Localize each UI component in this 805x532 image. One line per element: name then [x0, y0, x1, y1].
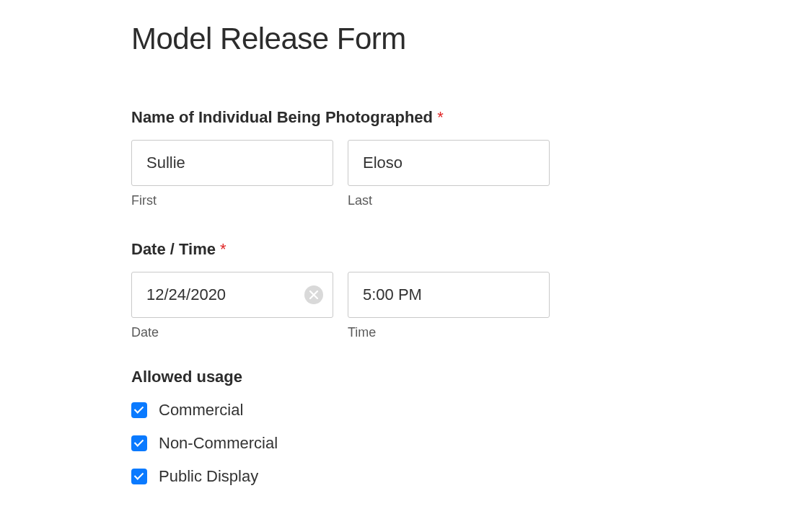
time-col: Time — [348, 272, 550, 340]
name-row: First Last — [131, 140, 805, 208]
non-commercial-checkbox[interactable] — [131, 435, 147, 451]
name-label: Name of Individual Being Photographed * — [131, 108, 805, 127]
public-display-checkbox[interactable] — [131, 469, 147, 484]
name-field-group: Name of Individual Being Photographed * … — [131, 108, 805, 208]
form-title: Model Release Form — [131, 22, 805, 56]
clear-date-button[interactable] — [304, 285, 323, 304]
last-name-col: Last — [348, 140, 550, 208]
datetime-label-text: Date / Time — [131, 240, 216, 258]
datetime-field-group: Date / Time * Date Time — [131, 240, 805, 340]
last-name-input[interactable] — [348, 140, 550, 186]
first-name-sublabel: First — [131, 193, 333, 208]
date-col: Date — [131, 272, 333, 340]
checkbox-row-public-display: Public Display — [131, 467, 805, 486]
datetime-label: Date / Time * — [131, 240, 805, 259]
date-input[interactable] — [131, 272, 333, 318]
time-sublabel: Time — [348, 325, 550, 340]
first-name-col: First — [131, 140, 333, 208]
checkbox-row-non-commercial: Non-Commercial — [131, 434, 805, 453]
date-input-wrap — [131, 272, 333, 318]
name-label-text: Name of Individual Being Photographed — [131, 108, 433, 126]
first-name-input[interactable] — [131, 140, 333, 186]
required-mark: * — [437, 108, 444, 126]
checkbox-row-commercial: Commercial — [131, 401, 805, 420]
close-icon — [309, 291, 318, 299]
datetime-row: Date Time — [131, 272, 805, 340]
last-name-sublabel: Last — [348, 193, 550, 208]
commercial-label: Commercial — [159, 401, 243, 420]
non-commercial-label: Non-Commercial — [159, 434, 278, 453]
public-display-label: Public Display — [159, 467, 258, 486]
date-sublabel: Date — [131, 325, 333, 340]
usage-field-group: Allowed usage Commercial Non-Commercial … — [131, 368, 805, 486]
commercial-checkbox[interactable] — [131, 402, 147, 418]
time-input[interactable] — [348, 272, 550, 318]
usage-label: Allowed usage — [131, 368, 805, 386]
required-mark: * — [220, 240, 226, 258]
